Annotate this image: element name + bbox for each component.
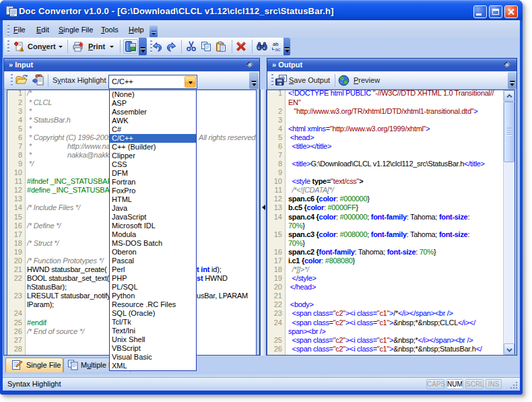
svg-text:ac: ac xyxy=(275,46,281,52)
